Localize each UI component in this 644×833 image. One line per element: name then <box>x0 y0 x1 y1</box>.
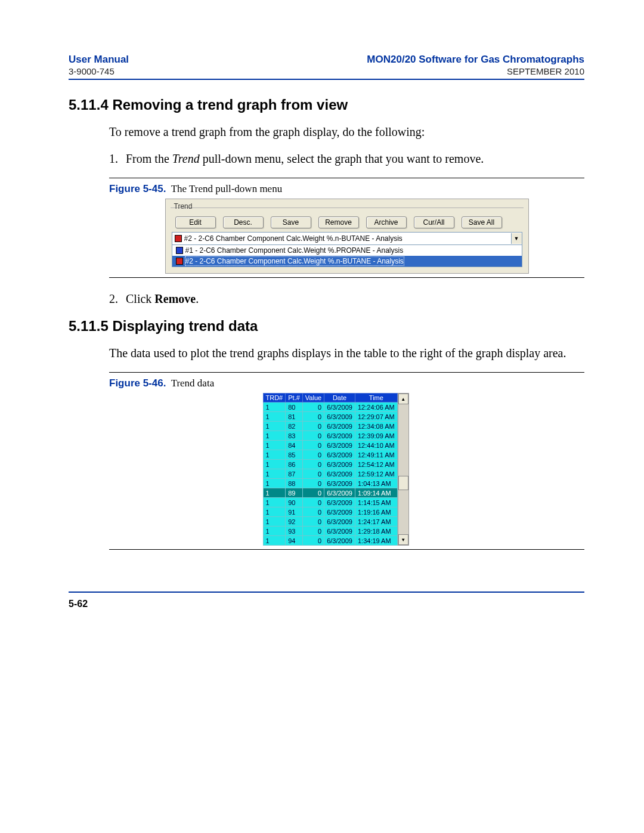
scroll-up-icon[interactable]: ▲ <box>398 394 408 404</box>
table-row[interactable]: 18906/3/20091:09:14 AM <box>263 488 397 498</box>
page-number: 5-62 <box>69 599 584 609</box>
manual-title: User Manual <box>69 54 129 66</box>
table-row[interactable]: 18006/3/200912:24:06 AM <box>263 402 397 412</box>
table-row[interactable]: 19206/3/20091:24:17 AM <box>263 517 397 527</box>
desc-button[interactable]: Desc. <box>223 216 264 228</box>
figure-rule-bottom-45 <box>109 277 584 278</box>
trend-group-label: Trend <box>174 202 193 210</box>
saveall-button[interactable]: Save All <box>462 216 502 228</box>
table-row[interactable]: 19306/3/20091:29:18 AM <box>263 527 397 536</box>
table-header-row: TRD#Pt.#ValueDateTime <box>263 394 397 402</box>
trend-panel: Trend EditDesc.SaveRemoveArchiveCur/AllS… <box>165 199 529 274</box>
table-row[interactable]: 18806/3/20091:04:13 AM <box>263 479 397 488</box>
column-header: Date <box>324 394 355 402</box>
scroll-thumb[interactable] <box>398 476 408 490</box>
column-header: TRD# <box>263 394 286 402</box>
page-header: User Manual 3-9000-745 MON20/20 Software… <box>69 54 584 76</box>
step-2: 2. Click Remove. <box>109 291 584 307</box>
trend-combo-list: #1 - 2-C6 Chamber Component Calc.Weight … <box>172 245 522 267</box>
chevron-down-icon[interactable]: ▼ <box>511 233 522 244</box>
table-row[interactable]: 19006/3/20091:14:15 AM <box>263 498 397 507</box>
column-header: Time <box>355 394 397 402</box>
scroll-track[interactable] <box>398 490 408 534</box>
combo-selected-text: #2 - 2-C6 Chamber Component Calc.Weight … <box>184 234 511 243</box>
table-row[interactable]: 18106/3/200912:29:07 AM <box>263 412 397 422</box>
column-header: Value <box>302 394 324 402</box>
table-row[interactable]: 19406/3/20091:34:19 AM <box>263 536 397 546</box>
curall-button[interactable]: Cur/All <box>414 216 454 228</box>
edit-button[interactable]: Edit <box>175 216 216 228</box>
step-1: 1. From the Trend pull-down menu, select… <box>109 151 584 167</box>
table-row[interactable]: 18606/3/200912:54:12 AM <box>263 460 397 469</box>
column-header: Pt.# <box>286 394 303 402</box>
table-row[interactable]: 19106/3/20091:19:16 AM <box>263 507 397 517</box>
figure-rule-top-45 <box>109 178 584 178</box>
trend-button-row: EditDesc.SaveRemoveArchiveCur/AllSave Al… <box>175 216 522 228</box>
combo-option[interactable]: #2 - 2-C6 Chamber Component Calc.Weight … <box>172 256 522 267</box>
combo-option[interactable]: #1 - 2-C6 Chamber Component Calc.Weight … <box>172 245 522 256</box>
section-heading-5-11-4: 5.11.4 Removing a trend graph from view <box>69 97 584 113</box>
trend-data-table: TRD#Pt.#ValueDateTime 18006/3/200912:24:… <box>263 393 398 546</box>
figure-46-caption: Figure 5-46. Trend data <box>109 377 584 389</box>
color-swatch-icon <box>176 258 183 265</box>
header-rule <box>69 79 584 80</box>
save-button[interactable]: Save <box>271 216 311 228</box>
section-heading-5-11-5: 5.11.5 Displaying trend data <box>69 318 584 335</box>
figure-rule-top-46 <box>109 372 584 373</box>
table-row[interactable]: 18206/3/200912:34:08 AM <box>263 422 397 431</box>
combo-swatch-icon <box>175 235 182 242</box>
doc-number: 3-9000-745 <box>69 66 129 76</box>
header-date: SEPTEMBER 2010 <box>367 66 584 76</box>
software-title: MON20/20 Software for Gas Chromatographs <box>367 54 584 66</box>
scroll-down-icon[interactable]: ▼ <box>398 534 408 545</box>
color-swatch-icon <box>176 247 183 254</box>
figure-rule-bottom-46 <box>109 549 584 550</box>
archive-button[interactable]: Archive <box>366 216 407 228</box>
section1-intro: To remove a trend graph from the graph d… <box>109 124 584 140</box>
table-row[interactable]: 18506/3/200912:49:11 AM <box>263 450 397 460</box>
trend-data-table-wrap: TRD#Pt.#ValueDateTime 18006/3/200912:24:… <box>263 393 431 546</box>
table-row[interactable]: 18306/3/200912:39:09 AM <box>263 431 397 441</box>
remove-button[interactable]: Remove <box>318 216 359 228</box>
section2-intro: The data used to plot the trend graphs d… <box>109 345 584 361</box>
figure-45-caption: Figure 5-45. The Trend pull-down menu <box>109 183 584 195</box>
scrollbar[interactable]: ▲ ▼ <box>398 393 409 546</box>
table-row[interactable]: 18406/3/200912:44:10 AM <box>263 441 397 450</box>
footer-rule <box>69 592 584 593</box>
trend-combo[interactable]: #2 - 2-C6 Chamber Component Calc.Weight … <box>172 232 522 245</box>
table-row[interactable]: 18706/3/200912:59:12 AM <box>263 469 397 479</box>
